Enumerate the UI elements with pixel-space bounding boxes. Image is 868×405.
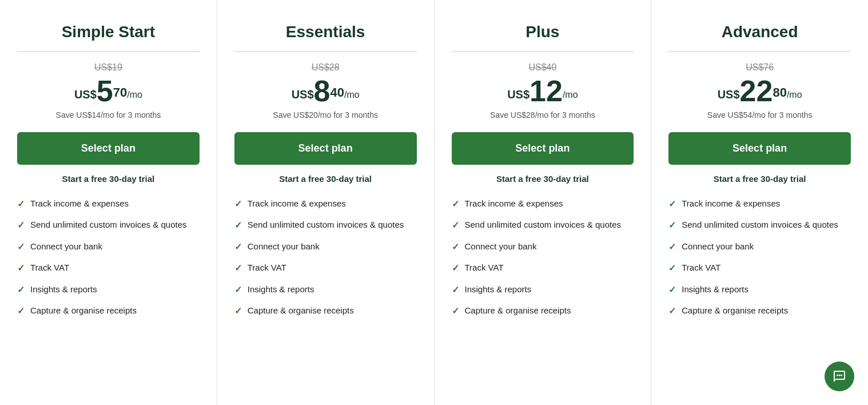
price-period-essentials: /mo <box>344 90 360 100</box>
list-item: ✓Insights & reports <box>234 283 417 296</box>
list-item: ✓Insights & reports <box>668 283 851 296</box>
feature-text: Insights & reports <box>248 283 314 295</box>
svg-point-2 <box>841 375 842 376</box>
feature-text: Track VAT <box>248 261 286 273</box>
list-item: ✓Connect your bank <box>452 240 634 253</box>
list-item: ✓Insights & reports <box>452 283 634 296</box>
checkmark-icon: ✓ <box>452 305 459 317</box>
feature-text: Send unlimited custom invoices & quotes <box>248 219 404 231</box>
list-item: ✓Connect your bank <box>668 240 851 253</box>
price-amount-essentials: 8 <box>314 76 331 106</box>
checkmark-icon: ✓ <box>668 305 676 317</box>
feature-text: Connect your bank <box>248 240 320 252</box>
price-decimal-advanced: 80 <box>773 85 786 100</box>
checkmark-icon: ✓ <box>234 262 242 275</box>
free-trial-text-essentials: Start a free 30-day trial <box>279 174 372 184</box>
plan-name-essentials: Essentials <box>286 23 365 41</box>
list-item: ✓Insights & reports <box>17 283 200 296</box>
feature-text: Track income & expenses <box>248 197 346 209</box>
checkmark-icon: ✓ <box>452 219 459 232</box>
list-item: ✓Capture & organise receipts <box>17 304 200 317</box>
price-amount-plus: 12 <box>529 76 563 106</box>
original-price-simple-start: US$19 <box>94 62 122 73</box>
list-item: ✓Track VAT <box>668 261 851 275</box>
select-plan-button-simple-start[interactable]: Select plan <box>17 132 200 165</box>
price-decimal-essentials: 40 <box>330 85 344 100</box>
select-plan-button-essentials[interactable]: Select plan <box>234 132 417 165</box>
checkmark-icon: ✓ <box>17 198 25 211</box>
list-item: ✓Track income & expenses <box>452 197 634 211</box>
list-item: ✓Track VAT <box>17 261 200 275</box>
price-period-advanced: /mo <box>787 90 802 100</box>
select-plan-button-plus[interactable]: Select plan <box>452 132 634 165</box>
checkmark-icon: ✓ <box>452 284 459 296</box>
feature-text: Track VAT <box>682 261 720 273</box>
checkmark-icon: ✓ <box>234 284 242 296</box>
feature-text: Send unlimited custom invoices & quotes <box>465 219 621 231</box>
checkmark-icon: ✓ <box>668 262 676 275</box>
svg-point-1 <box>839 375 841 376</box>
price-decimal-simple-start: 70 <box>113 85 127 100</box>
feature-text: Send unlimited custom invoices & quotes <box>682 219 838 231</box>
chat-icon <box>833 370 846 383</box>
list-item: ✓Send unlimited custom invoices & quotes <box>17 219 200 232</box>
list-item: ✓Send unlimited custom invoices & quotes <box>452 219 634 232</box>
free-trial-text-advanced: Start a free 30-day trial <box>714 174 806 184</box>
feature-text: Track income & expenses <box>30 197 129 209</box>
price-prefix-advanced: US$ <box>718 88 740 101</box>
chat-button[interactable] <box>825 362 854 391</box>
feature-text: Track income & expenses <box>465 197 563 209</box>
list-item: ✓Capture & organise receipts <box>234 304 417 317</box>
features-list-simple-start: ✓Track income & expenses✓Send unlimited … <box>17 197 200 325</box>
feature-text: Insights & reports <box>30 283 97 295</box>
plan-name-plus: Plus <box>525 23 559 41</box>
checkmark-icon: ✓ <box>668 198 676 211</box>
feature-text: Track income & expenses <box>682 197 780 209</box>
plan-card-plus: PlusUS$40US$12/moSave US$28/mo for 3 mon… <box>435 0 652 405</box>
list-item: ✓Send unlimited custom invoices & quotes <box>668 219 851 232</box>
list-item: ✓Capture & organise receipts <box>668 304 851 317</box>
free-trial-text-plus: Start a free 30-day trial <box>496 174 589 184</box>
price-amount-advanced: 22 <box>740 76 773 106</box>
feature-text: Connect your bank <box>30 240 102 252</box>
checkmark-icon: ✓ <box>668 219 676 232</box>
current-price-advanced: US$2280/mo <box>718 76 802 106</box>
plan-divider-plus <box>452 51 634 52</box>
price-amount-simple-start: 5 <box>97 76 113 106</box>
savings-text-advanced: Save US$54/mo for 3 months <box>707 110 813 120</box>
list-item: ✓Connect your bank <box>234 240 417 253</box>
feature-text: Capture & organise receipts <box>682 304 788 316</box>
original-price-advanced: US$76 <box>746 62 774 73</box>
savings-text-plus: Save US$28/mo for 3 months <box>490 110 595 120</box>
feature-text: Track VAT <box>465 261 504 273</box>
plans-container: Simple StartUS$19US$570/moSave US$14/mo … <box>0 0 868 405</box>
features-list-plus: ✓Track income & expenses✓Send unlimited … <box>452 197 634 325</box>
checkmark-icon: ✓ <box>17 219 25 232</box>
checkmark-icon: ✓ <box>668 241 676 253</box>
feature-text: Send unlimited custom invoices & quotes <box>30 219 186 231</box>
plan-divider-simple-start <box>17 51 200 52</box>
feature-text: Track VAT <box>30 261 69 273</box>
current-price-simple-start: US$570/mo <box>74 76 142 106</box>
feature-text: Insights & reports <box>682 283 748 295</box>
checkmark-icon: ✓ <box>234 241 242 253</box>
feature-text: Connect your bank <box>682 240 754 252</box>
plan-card-essentials: EssentialsUS$28US$840/moSave US$20/mo fo… <box>217 0 435 405</box>
checkmark-icon: ✓ <box>234 219 242 232</box>
checkmark-icon: ✓ <box>452 198 459 211</box>
list-item: ✓Track income & expenses <box>17 197 200 211</box>
list-item: ✓Track VAT <box>452 261 634 275</box>
checkmark-icon: ✓ <box>452 262 459 275</box>
list-item: ✓Capture & organise receipts <box>452 304 634 317</box>
current-price-essentials: US$840/mo <box>292 76 360 106</box>
feature-text: Connect your bank <box>465 240 537 252</box>
plan-divider-advanced <box>668 51 851 52</box>
checkmark-icon: ✓ <box>452 241 459 253</box>
select-plan-button-advanced[interactable]: Select plan <box>668 132 851 165</box>
checkmark-icon: ✓ <box>234 305 242 317</box>
plan-name-advanced: Advanced <box>722 23 798 41</box>
features-list-advanced: ✓Track income & expenses✓Send unlimited … <box>668 197 851 325</box>
original-price-plus: US$40 <box>528 62 556 73</box>
feature-text: Capture & organise receipts <box>30 304 137 316</box>
feature-text: Capture & organise receipts <box>248 304 354 316</box>
